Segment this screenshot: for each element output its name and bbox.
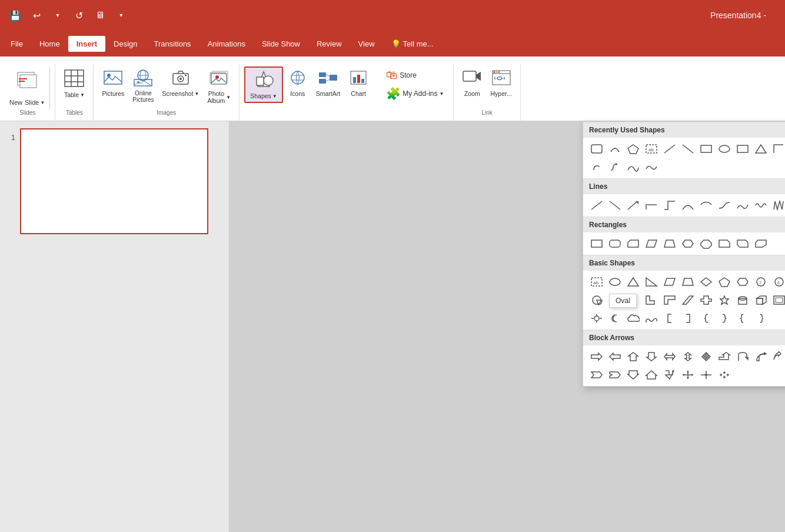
bs-cube[interactable] xyxy=(752,291,770,309)
shape-s-arrow[interactable] xyxy=(606,158,624,176)
shape-triangle-r[interactable] xyxy=(752,140,770,158)
bs-pentagon[interactable] xyxy=(716,273,733,291)
hyperlink-button[interactable]: Hyper... xyxy=(487,66,515,99)
bs-bevel[interactable] xyxy=(770,291,785,309)
zoom-button[interactable]: Zoom xyxy=(458,66,485,99)
ba-down[interactable] xyxy=(643,348,660,365)
menu-design[interactable]: Design xyxy=(105,36,145,52)
bs-triangle[interactable] xyxy=(624,273,642,291)
rect-snipped[interactable] xyxy=(624,235,642,252)
rect-double-corner[interactable] xyxy=(752,235,770,252)
line-curved-conn[interactable] xyxy=(679,197,697,214)
ba-up-down[interactable] xyxy=(679,348,697,365)
shape-pentagon[interactable] xyxy=(624,140,642,158)
rect-single-corner[interactable] xyxy=(716,235,733,252)
shapes-dropdown[interactable]: Recently Used Shapes ab xyxy=(583,121,785,387)
ba-right2[interactable] xyxy=(588,366,606,384)
shape-rect2[interactable] xyxy=(734,140,751,158)
rect-parallelogram[interactable] xyxy=(643,235,660,252)
redo-icon[interactable]: ↺ xyxy=(71,7,87,24)
menu-file[interactable]: File xyxy=(2,36,31,52)
line-sketch[interactable] xyxy=(770,197,785,214)
line-wave1[interactable] xyxy=(752,197,770,214)
line-elbow[interactable] xyxy=(643,197,660,214)
line-curve2[interactable] xyxy=(697,197,715,214)
line-scurve[interactable] xyxy=(716,197,733,214)
bs-brace2-open[interactable] xyxy=(734,310,751,327)
line-freeform[interactable] xyxy=(734,197,751,214)
shape-line-diag2[interactable] xyxy=(679,140,697,158)
shape-angle1[interactable] xyxy=(770,140,785,158)
my-addins-button[interactable]: 🧩 My Add-ins ▼ xyxy=(381,85,448,102)
save-icon[interactable]: 💾 xyxy=(7,7,24,24)
bs-brace2-close[interactable] xyxy=(752,310,770,327)
line-elbow2[interactable] xyxy=(661,197,678,214)
bs-wave[interactable] xyxy=(643,310,660,327)
shape-text-box[interactable]: ab xyxy=(643,140,660,158)
ba-curved-up[interactable] xyxy=(770,348,785,365)
ba-left-right[interactable] xyxy=(661,348,678,365)
rect-rounded[interactable] xyxy=(606,235,624,252)
bs-8point[interactable]: 8 xyxy=(770,273,785,291)
bs-oval[interactable]: Oval xyxy=(606,273,624,291)
undo-icon[interactable]: ↩ xyxy=(28,7,45,24)
rect-diagonal-corners[interactable] xyxy=(734,235,751,252)
slide-thumbnail[interactable] xyxy=(20,128,208,234)
menu-view[interactable]: View xyxy=(350,36,383,52)
photo-album-button[interactable]: PhotoAlbum ▼ xyxy=(204,66,235,107)
ba-up[interactable] xyxy=(624,348,642,365)
menu-review[interactable]: Review xyxy=(308,36,350,52)
rect-octagon[interactable] xyxy=(697,235,715,252)
ba-down2[interactable] xyxy=(624,366,642,384)
bs-chord[interactable] xyxy=(588,291,606,309)
shape-line-diag1[interactable] xyxy=(661,140,678,158)
ba-uturn[interactable] xyxy=(734,348,751,365)
bs-diagonal-stripe[interactable] xyxy=(679,291,697,309)
bs-parallelogram[interactable] xyxy=(661,273,678,291)
ba-move2[interactable] xyxy=(697,366,715,384)
menu-animations[interactable]: Animations xyxy=(199,36,254,52)
ba-bent-right[interactable] xyxy=(716,348,733,365)
menu-transitions[interactable]: Transitions xyxy=(146,36,199,52)
bs-l-shape[interactable] xyxy=(643,291,660,309)
bs-brace-open[interactable] xyxy=(697,310,715,327)
shape-curved-arrow[interactable] xyxy=(588,158,606,176)
rect-hexagon[interactable] xyxy=(679,235,697,252)
toolbar-dropdown-icon[interactable]: ▼ xyxy=(113,7,129,24)
shape-oval-r[interactable] xyxy=(716,140,733,158)
shape-curve[interactable] xyxy=(624,158,642,176)
ba-double-down[interactable] xyxy=(661,366,678,384)
ba-move3[interactable] xyxy=(716,366,733,384)
menu-insert[interactable]: Insert xyxy=(68,36,105,52)
ba-move[interactable] xyxy=(679,366,697,384)
new-slide-label[interactable]: New Slide ▼ xyxy=(7,98,47,107)
bs-cloud[interactable] xyxy=(624,310,642,327)
pictures-button[interactable]: Pictures xyxy=(98,66,128,99)
line-straight[interactable] xyxy=(588,197,606,214)
bs-brace-close[interactable] xyxy=(716,310,733,327)
rect-trapezoid[interactable] xyxy=(661,235,678,252)
bs-text[interactable]: ab xyxy=(588,273,606,291)
ba-curved-right[interactable] xyxy=(752,348,770,365)
shape-wave[interactable] xyxy=(643,158,660,176)
bs-4-pointed[interactable] xyxy=(716,291,733,309)
bs-diamond[interactable] xyxy=(697,273,715,291)
bs-hexagon[interactable] xyxy=(734,273,751,291)
rect-plain[interactable] xyxy=(588,235,606,252)
line-diag[interactable] xyxy=(606,197,624,214)
screenshot-button[interactable]: Screenshot ▼ xyxy=(158,66,202,99)
ba-callout-arrow[interactable] xyxy=(606,366,624,384)
bs-trapezoid[interactable] xyxy=(679,273,697,291)
bs-corner[interactable] xyxy=(661,291,678,309)
ba-quad[interactable] xyxy=(697,348,715,365)
shape-arc[interactable] xyxy=(606,140,624,158)
bs-sun[interactable] xyxy=(588,310,606,327)
shapes-button[interactable]: Shapes ▼ xyxy=(244,66,283,103)
bs-bracket-close[interactable] xyxy=(679,310,697,327)
shape-rounded-rect[interactable] xyxy=(588,140,606,158)
menu-slideshow[interactable]: Slide Show xyxy=(254,36,308,52)
ba-right[interactable] xyxy=(588,348,606,365)
table-button[interactable]: Table ▼ xyxy=(60,66,88,101)
menu-home[interactable]: Home xyxy=(31,36,68,52)
bs-halfframe[interactable] xyxy=(624,291,642,309)
